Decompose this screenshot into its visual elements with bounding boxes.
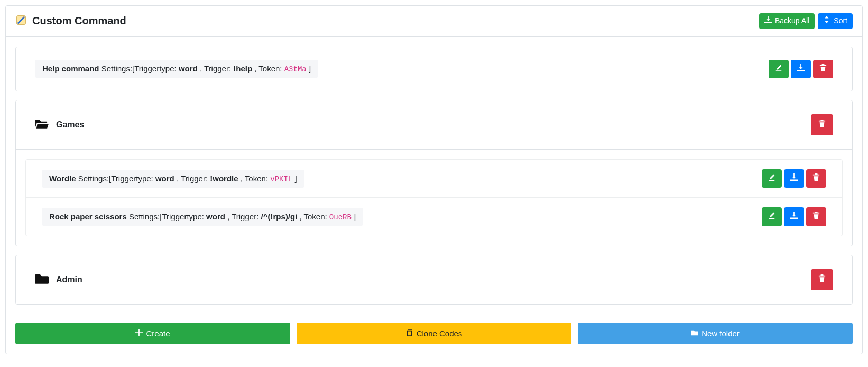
edit-icon [768, 173, 775, 184]
token-label: , Token: [238, 174, 271, 183]
trash-icon [818, 120, 826, 130]
delete-button[interactable] [813, 60, 833, 79]
folder-title: Admin [56, 275, 82, 285]
folder-header-games[interactable]: Games [16, 100, 852, 149]
trigger-type-value: word [179, 64, 198, 73]
clone-icon [406, 328, 413, 339]
settings-prefix: Settings:[Triggertype: [129, 212, 206, 221]
trash-icon [819, 64, 827, 75]
folder-header-admin[interactable]: Admin [16, 255, 852, 304]
command-row-wordle: Wordle Settings:[Triggertype: word , Tri… [26, 160, 842, 198]
page-container: Custom Command Backup All Sort Help comm… [5, 5, 863, 354]
trigger-label: , Trigger: [225, 212, 261, 221]
delete-button[interactable] [806, 169, 826, 188]
token-label: , Token: [252, 64, 284, 73]
command-name: Rock paper scissors [49, 212, 127, 221]
token-label: , Token: [297, 212, 329, 221]
new-folder-button[interactable]: New folder [578, 323, 853, 344]
token-value: A3tMa [284, 65, 307, 74]
download-icon [797, 64, 805, 75]
new-folder-label: New folder [701, 328, 740, 339]
folder-card-admin: Admin [15, 255, 853, 305]
trigger-label: , Trigger: [198, 64, 234, 73]
trigger-value: !wordle [210, 174, 238, 183]
trigger-value: !help [233, 64, 252, 73]
folder-title: Games [56, 120, 84, 130]
token-value: OueRB [329, 213, 352, 222]
command-actions [762, 169, 826, 188]
delete-button[interactable] [806, 207, 826, 226]
clone-codes-button[interactable]: Clone Codes [297, 323, 571, 344]
trash-icon [818, 274, 826, 285]
trigger-type-value: word [206, 212, 225, 221]
edit-button[interactable] [769, 60, 789, 79]
download-button[interactable] [784, 207, 804, 226]
folder-icon [35, 272, 49, 287]
download-icon [790, 212, 798, 222]
page-header: Custom Command Backup All Sort [6, 6, 862, 37]
edit-icon [768, 212, 775, 222]
trigger-value: /^(!rps)/gi [261, 212, 297, 221]
sort-icon [823, 16, 830, 26]
settings-prefix: Settings:[Triggertype: [101, 64, 179, 73]
trash-icon [812, 212, 820, 222]
settings-prefix: Settings:[Triggertype: [78, 174, 155, 183]
backup-all-label: Backup All [775, 16, 809, 26]
command-settings-pill: Rock paper scissors Settings:[Triggertyp… [42, 208, 363, 226]
header-left: Custom Command [15, 14, 126, 27]
sort-button[interactable]: Sort [818, 13, 853, 29]
command-settings-pill: Wordle Settings:[Triggertype: word , Tri… [42, 170, 304, 188]
folder-header-left: Admin [35, 272, 82, 287]
nested-card: Wordle Settings:[Triggertype: word , Tri… [25, 159, 843, 236]
header-actions: Backup All Sort [759, 13, 853, 29]
content-area: Help command Settings:[Triggertype: word… [6, 37, 862, 323]
edit-button[interactable] [762, 169, 782, 188]
command-actions [769, 60, 833, 79]
trash-icon [812, 173, 820, 184]
create-label: Create [146, 328, 170, 339]
download-button[interactable] [784, 169, 804, 188]
download-icon [790, 173, 798, 184]
plus-icon [135, 328, 143, 339]
page-title: Custom Command [32, 15, 126, 27]
folder-header-left: Games [35, 117, 84, 132]
command-settings-pill: Help command Settings:[Triggertype: word… [35, 60, 318, 78]
delete-folder-button[interactable] [811, 269, 833, 290]
sort-label: Sort [834, 16, 847, 26]
close-bracket: ] [307, 64, 311, 73]
close-bracket: ] [352, 212, 356, 221]
close-bracket: ] [292, 174, 297, 183]
folder-card-games: Games Wordle Settings:[Triggertype: word… [15, 100, 853, 246]
folder-body-games: Wordle Settings:[Triggertype: word , Tri… [16, 149, 852, 246]
folder-open-icon [35, 117, 49, 132]
command-actions [762, 207, 826, 226]
command-name: Help command [42, 64, 99, 73]
create-button[interactable]: Create [15, 323, 290, 344]
command-row-rps: Rock paper scissors Settings:[Triggertyp… [26, 197, 842, 236]
edit-button[interactable] [762, 207, 782, 226]
edit-icon [775, 64, 782, 75]
token-value: vPKIL [270, 175, 292, 183]
download-button[interactable] [791, 60, 811, 79]
folder-icon [691, 328, 698, 339]
command-card-help: Help command Settings:[Triggertype: word… [15, 47, 853, 92]
command-card-body: Help command Settings:[Triggertype: word… [16, 47, 852, 91]
trigger-label: , Trigger: [174, 174, 210, 183]
clone-label: Clone Codes [417, 328, 463, 339]
command-name: Wordle [49, 174, 76, 183]
backup-all-button[interactable]: Backup All [759, 13, 815, 29]
download-icon [764, 16, 772, 26]
delete-folder-button[interactable] [811, 114, 833, 135]
trigger-type-value: word [155, 174, 174, 183]
bottom-actions: Create Clone Codes New folder [6, 323, 862, 354]
custom-command-icon [15, 14, 27, 27]
